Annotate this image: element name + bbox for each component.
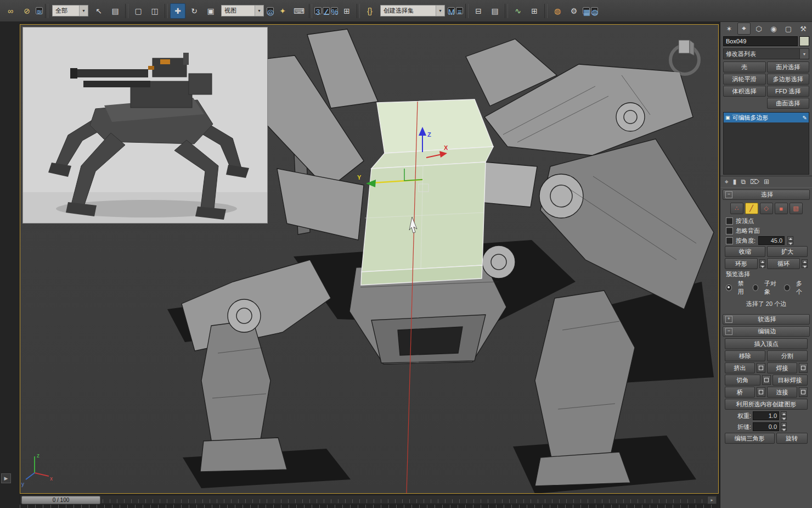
pin-stack-icon[interactable]: ⌖ (725, 178, 729, 186)
edit-triangulation-button[interactable]: 编辑三角形 (725, 433, 775, 444)
mirror-icon[interactable]: M (448, 7, 455, 14)
target-weld-button[interactable]: 目标焊接 (772, 375, 808, 386)
select-and-scale-icon[interactable]: ▣ (203, 3, 218, 19)
chamfer-settings-button[interactable] (762, 375, 771, 385)
align-icon[interactable]: ≡ (456, 7, 463, 14)
show-end-result-icon[interactable]: ▮ (733, 178, 737, 186)
tab-modify[interactable]: ⌖ (737, 23, 751, 35)
remove-button[interactable]: 移除 (725, 350, 765, 361)
bind-to-space-warp-icon[interactable]: ≋ (36, 7, 43, 14)
keyboard-override-icon[interactable]: ⌨ (291, 3, 307, 19)
tab-motion[interactable]: ◉ (767, 23, 780, 35)
modifier-button-poly-select[interactable]: 多边形选择 (767, 74, 810, 85)
select-by-name-icon[interactable]: ▤ (108, 3, 123, 19)
modifier-button-shell[interactable]: 壳 (723, 62, 766, 72)
object-name-field[interactable]: Box049 (723, 36, 798, 46)
tab-hierarchy[interactable]: ⬡ (752, 23, 765, 35)
modifier-button-patch-select[interactable]: 面片选择 (767, 62, 810, 72)
chamfer-button[interactable]: 切角 (725, 375, 760, 386)
split-button[interactable]: 分割 (767, 350, 808, 361)
percent-snap-icon[interactable]: % (331, 7, 338, 14)
reference-coordinate-dropdown[interactable]: 视图 ▼ (221, 5, 264, 16)
subobject-border-icon[interactable]: ◇ (760, 203, 773, 214)
snaps-toggle-icon[interactable]: 3 (314, 7, 322, 14)
rollout-soft-selection-header[interactable]: + 软选择 (723, 314, 810, 325)
configure-modifier-sets-icon[interactable]: ⊞ (764, 178, 769, 186)
angle-value-field[interactable]: 45.0 (758, 236, 785, 245)
angle-spinner[interactable] (787, 236, 793, 245)
stack-item-editable-poly[interactable]: ▣ 可编辑多边形 ✎ (724, 113, 809, 122)
named-selection-sets-icon[interactable]: {} (362, 3, 377, 19)
render-production-icon[interactable]: ◍ (591, 7, 598, 14)
remove-modifier-icon[interactable]: ⌦ (750, 178, 759, 186)
by-vertex-checkbox[interactable] (726, 217, 733, 225)
connect-button[interactable]: 连接 (767, 387, 797, 398)
selected-box-object[interactable] (361, 99, 493, 285)
create-shape-button[interactable]: 利用所选内容创建图形 (725, 399, 808, 410)
loop-button[interactable]: 循环 (767, 258, 800, 269)
crease-value-field[interactable]: 0.0 (753, 422, 779, 431)
timeline-end-arrow[interactable]: ▸ (707, 496, 717, 504)
ring-spinner[interactable] (759, 259, 765, 268)
viewcube[interactable] (670, 40, 699, 74)
weld-button[interactable]: 焊接 (767, 362, 797, 373)
selection-filter-dropdown[interactable]: 全部 ▼ (52, 5, 88, 16)
radio-subobject[interactable] (753, 284, 759, 291)
modifier-stack[interactable]: ▣ 可编辑多边形 ✎ (723, 112, 809, 175)
viewport-tab-arrow[interactable]: ▶ (1, 473, 11, 483)
tab-utilities[interactable]: ⚒ (797, 23, 810, 35)
rendered-frame-icon[interactable]: ▦ (583, 7, 590, 14)
select-and-rotate-icon[interactable]: ↻ (187, 3, 202, 19)
connect-settings-button[interactable] (799, 387, 808, 397)
grow-button[interactable]: 扩大 (767, 246, 808, 257)
tab-display[interactable]: ▢ (782, 23, 795, 35)
time-slider[interactable]: 0 / 100 (21, 496, 100, 504)
by-angle-checkbox[interactable] (726, 237, 733, 244)
weld-settings-button[interactable] (799, 363, 808, 373)
crease-spinner[interactable] (781, 422, 787, 431)
rollout-edit-edges-header[interactable]: − 编辑边 (723, 326, 810, 337)
extrude-button[interactable]: 挤出 (725, 362, 755, 373)
modifier-button-ffd-select[interactable]: FFD 选择 (767, 86, 810, 97)
track-bar-ruler[interactable] (20, 505, 718, 508)
subobject-edge-icon[interactable]: ╱ (745, 203, 758, 214)
subobject-element-icon[interactable]: ▧ (790, 203, 803, 214)
graphite-ribbon-icon[interactable]: ▤ (487, 3, 503, 19)
shrink-button[interactable]: 收缩 (725, 246, 765, 257)
timeline-track[interactable]: 0 / 100 ▸ (20, 495, 718, 504)
object-color-swatch[interactable] (799, 36, 809, 46)
selection-region-icon[interactable]: ▢ (131, 3, 146, 19)
radio-disable[interactable] (726, 284, 732, 291)
insert-vertex-button[interactable]: 插入顶点 (725, 338, 808, 349)
loop-spinner[interactable] (802, 259, 808, 268)
spinner-snap-icon[interactable]: ⊞ (339, 3, 354, 19)
schematic-view-icon[interactable]: ⊞ (527, 3, 542, 19)
render-setup-icon[interactable]: ⚙ (566, 3, 582, 19)
subobject-vertex-icon[interactable]: ∴ (730, 203, 743, 214)
modifier-list-dropdown[interactable]: 修改器列表 ▼ (723, 48, 809, 59)
curve-editor-icon[interactable]: ∿ (510, 3, 526, 19)
unlink-selection-icon[interactable]: ⊘ (19, 3, 35, 19)
turn-button[interactable]: 旋转 (776, 433, 808, 444)
window-crossing-icon[interactable]: ◫ (147, 3, 162, 19)
select-object-icon[interactable]: ↖ (91, 3, 106, 19)
select-and-move-icon[interactable]: ✚ (170, 3, 185, 19)
modifier-button-turbosmooth[interactable]: 涡轮平滑 (723, 74, 766, 85)
extrude-settings-button[interactable] (757, 363, 765, 373)
weight-value-field[interactable]: 1.0 (753, 411, 779, 420)
angle-snap-icon[interactable]: ∠ (323, 7, 330, 14)
select-and-link-icon[interactable]: ∞ (3, 3, 18, 19)
ring-button[interactable]: 环形 (725, 258, 758, 269)
layer-manager-icon[interactable]: ⊟ (471, 3, 486, 19)
select-and-manipulate-icon[interactable]: ✦ (275, 3, 290, 19)
material-editor-icon[interactable]: ◍ (550, 3, 565, 19)
tab-create[interactable]: ✶ (723, 23, 736, 35)
stack-pin-icon[interactable]: ✎ (803, 115, 807, 121)
perspective-viewport[interactable]: Z X Y z x (20, 24, 719, 494)
named-selection-set-dropdown[interactable]: 创建选择集 ▼ (380, 5, 445, 16)
rollout-selection-header[interactable]: − 选择 (723, 189, 810, 200)
modifier-button-surface-select[interactable]: 曲面选择 (767, 98, 810, 109)
bridge-button[interactable]: 桥 (725, 387, 755, 398)
use-pivot-point-icon[interactable]: ◎ (267, 7, 274, 14)
make-unique-icon[interactable]: ⧉ (741, 178, 746, 186)
